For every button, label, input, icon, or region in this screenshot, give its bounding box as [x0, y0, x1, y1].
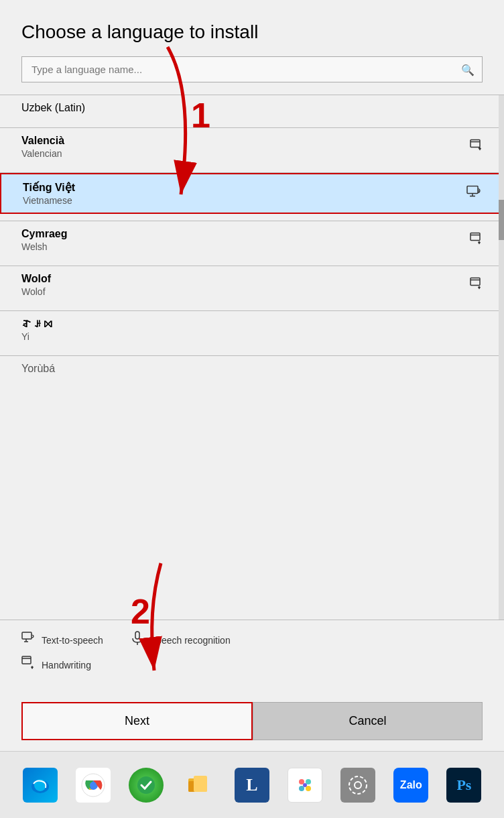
taskbar-edge-icon[interactable] [23, 768, 58, 803]
next-button[interactable]: Next [21, 702, 253, 740]
tts-icon [21, 631, 36, 649]
scrollbar-thumb[interactable] [499, 200, 504, 240]
language-subname: Valencian [21, 148, 483, 159]
list-item[interactable]: Wolof Wolof [0, 266, 504, 304]
edit-icon [469, 232, 483, 249]
mic-icon [130, 631, 145, 649]
list-item-vietnamese[interactable]: Tiếng Việt Vietnamese [0, 173, 504, 214]
tts-label: Text-to-speech [42, 635, 103, 646]
language-list: Uzbek (Latin) Valencià Valencian Tiếng V… [0, 95, 504, 620]
taskbar-zalo-icon[interactable]: Zalo [393, 768, 428, 803]
list-item[interactable]: Uzbek (Latin) [0, 95, 504, 121]
svg-rect-12 [135, 632, 139, 639]
feature-handwriting: Handwriting [21, 656, 91, 674]
language-name: Tiếng Việt [23, 181, 481, 194]
language-name: ꆈꌠ꒿ [21, 318, 483, 330]
search-bar: 🔍 [21, 56, 483, 82]
scrollbar[interactable] [499, 95, 504, 620]
list-item[interactable]: Yorùbá [0, 356, 504, 382]
edit-icon [469, 277, 483, 294]
taskbar-chrome-icon[interactable] [76, 768, 111, 803]
taskbar-settings-icon[interactable] [340, 768, 375, 803]
svg-point-31 [306, 779, 311, 784]
svg-point-24 [90, 782, 97, 788]
dialog-title: Choose a language to install [0, 0, 504, 56]
language-name: Yorùbá [21, 363, 483, 375]
svg-point-33 [306, 786, 311, 791]
svg-rect-2 [467, 186, 478, 193]
language-subname: Welsh [21, 241, 483, 252]
taskbar-l-icon[interactable]: L [235, 768, 269, 803]
list-item[interactable]: ꆈꌠ꒿ Yi [0, 311, 504, 349]
svg-rect-0 [470, 140, 480, 148]
language-subname: Yi [21, 331, 483, 342]
language-name: Cymraeg [21, 228, 483, 240]
svg-point-35 [355, 782, 361, 788]
speech-label: Speech recognition [150, 635, 231, 646]
features-row: Text-to-speech Speech recognition [21, 631, 483, 649]
svg-rect-14 [22, 656, 31, 664]
svg-rect-7 [470, 278, 480, 286]
taskbar-paint-icon[interactable] [288, 768, 322, 803]
language-name: Wolof [21, 273, 483, 285]
svg-point-34 [303, 783, 307, 787]
language-install-dialog: Choose a language to install 🔍 Uzbek (La… [0, 0, 504, 751]
svg-point-25 [137, 776, 155, 794]
search-input[interactable] [21, 56, 483, 82]
buttons-row: Next Cancel [0, 691, 504, 751]
features-row-2: Handwriting [21, 656, 483, 674]
list-item[interactable]: Valencià Valencian [0, 128, 504, 166]
edit-icon [469, 139, 483, 156]
language-name: Valencià [21, 135, 483, 147]
feature-speech: Speech recognition [130, 631, 231, 649]
svg-rect-9 [22, 632, 32, 639]
svg-point-32 [299, 786, 304, 791]
taskbar-ps-icon[interactable]: Ps [446, 768, 481, 803]
language-name: Uzbek (Latin) [21, 102, 483, 114]
language-subname: Wolof [21, 286, 483, 297]
taskbar-files-icon[interactable] [182, 768, 216, 803]
cancel-button[interactable]: Cancel [253, 702, 483, 740]
search-icon: 🔍 [461, 63, 475, 76]
taskbar-greenc-icon[interactable] [129, 768, 164, 803]
feature-tts: Text-to-speech [21, 631, 103, 649]
features-section: Text-to-speech Speech recognition [0, 620, 504, 691]
svg-rect-5 [470, 233, 480, 241]
taskbar: L Zalo Ps [0, 751, 504, 818]
language-subname: Vietnamese [23, 195, 481, 206]
display-icon [466, 185, 481, 202]
svg-point-36 [349, 776, 367, 794]
handwriting-label: Handwriting [42, 660, 91, 670]
svg-rect-29 [194, 778, 207, 792]
handwriting-icon [21, 656, 36, 674]
svg-point-30 [299, 779, 304, 784]
list-item[interactable]: Cymraeg Welsh [0, 221, 504, 259]
